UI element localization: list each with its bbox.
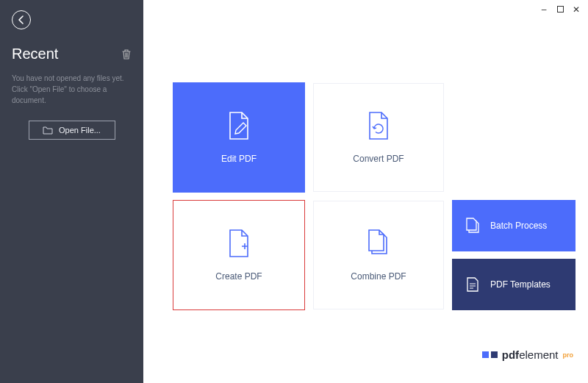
convert-pdf-card[interactable]: Convert PDF — [312, 82, 445, 193]
side-cards: Batch Process PDF Templates — [452, 200, 576, 310]
open-file-button[interactable]: Open File... — [29, 121, 115, 140]
templates-icon — [465, 276, 480, 293]
edit-pdf-card[interactable]: Edit PDF — [173, 82, 305, 193]
brand-footer: pdfpdfelementelement pro — [482, 348, 573, 361]
open-file-label: Open File... — [59, 126, 101, 135]
combine-pdf-card[interactable]: Combine PDF — [312, 200, 445, 310]
brand-logo-icon — [482, 351, 498, 358]
convert-pdf-icon — [365, 111, 392, 140]
batch-icon — [465, 218, 480, 234]
grid-spacer — [452, 82, 576, 193]
card-label: Edit PDF — [221, 154, 257, 164]
trash-icon — [121, 49, 132, 60]
window-controls: – ✕ — [539, 4, 581, 15]
card-label: Create PDF — [215, 271, 262, 282]
pdf-templates-card[interactable]: PDF Templates — [452, 259, 576, 310]
brand-suffix: pro — [563, 351, 574, 359]
back-button[interactable] — [12, 10, 31, 29]
chevron-left-icon — [18, 15, 25, 24]
folder-icon — [43, 126, 53, 135]
brand-name: pdfpdfelementelement — [502, 348, 559, 361]
recent-hint: You have not opened any files yet. Click… — [12, 73, 132, 106]
card-label: PDF Templates — [490, 279, 551, 290]
edit-pdf-icon — [226, 111, 252, 140]
close-button[interactable]: ✕ — [572, 4, 581, 15]
recent-title: Recent — [12, 46, 58, 62]
card-label: Combine PDF — [351, 271, 406, 282]
sidebar: Recent You have not opened any files yet… — [0, 0, 143, 383]
action-grid: Edit PDF Convert PDF Create PDF — [173, 82, 573, 310]
minimize-button[interactable]: – — [539, 4, 548, 15]
clear-recent-button[interactable] — [121, 49, 132, 60]
maximize-button[interactable] — [556, 4, 564, 15]
combine-pdf-icon — [365, 229, 392, 258]
app-window: Recent You have not opened any files yet… — [0, 0, 588, 383]
create-pdf-icon — [226, 229, 252, 258]
main-area: – ✕ Edit PDF Convert PDF — [143, 0, 588, 383]
create-pdf-card[interactable]: Create PDF — [173, 200, 305, 310]
card-label: Convert PDF — [353, 154, 404, 164]
card-label: Batch Process — [490, 221, 547, 231]
batch-process-card[interactable]: Batch Process — [452, 200, 576, 251]
